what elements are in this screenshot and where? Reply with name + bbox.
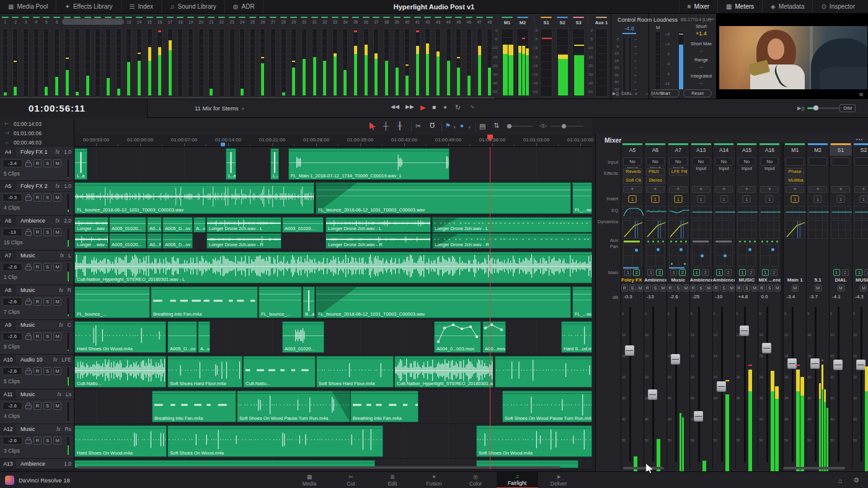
track-m-button[interactable]: M: [53, 193, 61, 202]
track-r-button[interactable]: R: [33, 332, 42, 340]
strip-eq[interactable]: [714, 206, 734, 218]
fader-handle[interactable]: [833, 360, 843, 370]
timeline-hscrollbar[interactable]: [74, 466, 592, 469]
fast-forward-button[interactable]: ▶▶: [405, 104, 414, 110]
strip-add-effect-button[interactable]: +: [760, 186, 779, 193]
strip-id[interactable]: A14: [713, 146, 735, 155]
track-m-button[interactable]: M: [53, 332, 61, 340]
page-tab-media[interactable]: ▦Media: [289, 472, 330, 488]
strip-add-effect-button[interactable]: +: [669, 186, 688, 193]
strip-insert-button[interactable]: 1: [674, 195, 682, 203]
mixer-strip-s2[interactable]: S2+112MUSICM-4.35101520304050: [852, 143, 868, 469]
audio-clip[interactable]: Soft Shoes On Wood Pause Turn Run.m4a: [237, 391, 350, 422]
strip-main-1-badge[interactable]: 1: [624, 269, 631, 276]
lock-icon[interactable]: [25, 228, 32, 236]
trim-tool[interactable]: ┼: [383, 122, 389, 130]
pan-position-dot[interactable]: [657, 248, 660, 251]
strip-id[interactable]: A15: [736, 146, 758, 155]
strip-dynamics[interactable]: [737, 220, 757, 239]
fader-handle[interactable]: [717, 381, 726, 392]
fader-handle[interactable]: [671, 354, 680, 365]
strip-track-name[interactable]: 5.1: [807, 277, 829, 283]
audio-clip[interactable]: Cult-Nation_Hyperlight_STEREO_20180301.w…: [394, 356, 494, 388]
strip-dynamics[interactable]: [691, 220, 711, 239]
audio-clip[interactable]: Breathing Into Fan.m4a: [152, 391, 236, 422]
strip-track-name[interactable]: Ambience: [644, 277, 666, 283]
audio-clip[interactable]: FL_bounce_...: [259, 286, 302, 318]
mixer-strip-a14[interactable]: A14No Input+112AmbienceRSM-1051015203040…: [712, 143, 735, 469]
track-volume[interactable]: -13: [2, 228, 22, 236]
track-m-button[interactable]: M: [53, 228, 61, 236]
audio-clip[interactable]: A005_01020...: [109, 217, 146, 233]
strip-id[interactable]: A6: [644, 146, 666, 155]
strip-dynamics[interactable]: [714, 220, 734, 239]
audio-clip[interactable]: Hard Shoes On Wood.m4a: [74, 321, 166, 353]
audio-clip[interactable]: Longer ...wav - L: [74, 217, 108, 233]
lock-icon[interactable]: [25, 298, 32, 306]
strip-pan[interactable]: [692, 244, 711, 267]
lock-icon[interactable]: [25, 437, 32, 445]
audio-clip[interactable]: A...v: [198, 321, 210, 353]
strip-input[interactable]: [808, 157, 827, 166]
audio-clip[interactable]: Cult-Nation_Hyperlight_STEREO_20180301.w…: [74, 252, 592, 283]
strip-effect[interactable]: Stereo ...: [646, 177, 665, 184]
audio-clip[interactable]: A004_0...003.mov: [434, 321, 481, 353]
monitor-volume-knob[interactable]: [813, 105, 818, 110]
fit-zoom-icon[interactable]: ◁▷: [539, 123, 547, 128]
timeline-ruler[interactable]: 00:59:53:0001:00:00:0001:00:07:0001:00:1…: [74, 135, 592, 147]
track-volume[interactable]: -2.6: [2, 298, 22, 306]
audio-clip[interactable]: A005_D...ov - L: [162, 217, 193, 233]
strip-r-button[interactable]: R: [621, 285, 628, 291]
strip-add-effect-button[interactable]: +: [854, 186, 868, 193]
strip-s-button[interactable]: S: [743, 285, 750, 291]
strip-dynamics[interactable]: [808, 220, 828, 239]
home-icon[interactable]: ⌂: [838, 477, 842, 484]
audio-clip[interactable]: Longer Drone 2ch.wav - L: [432, 217, 592, 233]
strip-track-name[interactable]: Ambience: [713, 277, 735, 283]
strip-main-2-badge[interactable]: 2: [771, 269, 777, 276]
strip-m-button[interactable]: M: [792, 285, 799, 291]
strip-s-button[interactable]: S: [698, 285, 704, 291]
fader-groove[interactable]: [838, 307, 839, 462]
lock-icon[interactable]: [25, 193, 32, 202]
strip-main-1-badge[interactable]: 1: [716, 269, 723, 276]
audio-clip[interactable]: A005_01020...: [109, 233, 146, 249]
strip-track-name[interactable]: Ambience: [690, 277, 712, 283]
track-volume[interactable]: -2.6: [2, 367, 22, 375]
mixer-options-icon[interactable]: •••: [856, 136, 863, 142]
strip-r-button[interactable]: R: [713, 285, 720, 291]
strip-pan[interactable]: [646, 244, 665, 267]
strip-m-button[interactable]: M: [637, 285, 644, 291]
strip-insert-button[interactable]: 1: [837, 195, 845, 203]
strip-insert-button[interactable]: 1: [791, 195, 799, 203]
strip-input[interactable]: No Input: [738, 157, 756, 166]
track-m-button[interactable]: M: [53, 367, 61, 375]
strip-s-button[interactable]: S: [720, 285, 727, 291]
audio-clip[interactable]: Longer Drone 2ch.wav - R: [432, 233, 592, 249]
strip-main-2-badge[interactable]: 2: [864, 269, 868, 276]
audio-clip[interactable]: FL_Main 1_2018-07-12_1734_T0009_C00019.w…: [288, 148, 450, 180]
strip-eq[interactable]: [808, 206, 828, 218]
strip-aux-send[interactable]: [624, 241, 640, 242]
scissors-icon[interactable]: ✂: [415, 122, 421, 130]
toolbar-button-mixer[interactable]: ≡Mixer: [679, 0, 717, 13]
strip-input[interactable]: [786, 157, 804, 166]
lock-icon[interactable]: [25, 159, 32, 167]
strip-add-effect-button[interactable]: +: [831, 186, 850, 193]
track-r-button[interactable]: R: [33, 367, 42, 375]
audio-clip[interactable]: A00...mov: [482, 321, 506, 353]
mixer-strip-a7[interactable]: A7No InputLFE Filter+112MusicRSM-2.65101…: [666, 143, 689, 469]
audio-clip[interactable]: Breathing Into Fan.m4a: [151, 286, 258, 318]
track-m-button[interactable]: M: [53, 298, 61, 306]
mixer-scrollbar-thumb[interactable]: [783, 467, 845, 469]
strip-pan[interactable]: [738, 244, 756, 267]
strip-add-effect-button[interactable]: +: [646, 186, 665, 193]
strip-main-2-badge[interactable]: 2: [656, 269, 663, 276]
track-header-a13[interactable]: A13Ambience1.0: [0, 459, 74, 469]
strip-insert-button[interactable]: 1: [743, 195, 751, 203]
strip-main-2-badge[interactable]: 2: [842, 269, 849, 276]
strip-main-1-badge[interactable]: 1: [647, 269, 654, 276]
audio-clip[interactable]: B...a: [303, 286, 315, 318]
track-volume[interactable]: -0.3: [2, 193, 22, 202]
audio-clip[interactable]: Soft Shoes On Wood.m4a: [167, 425, 383, 457]
